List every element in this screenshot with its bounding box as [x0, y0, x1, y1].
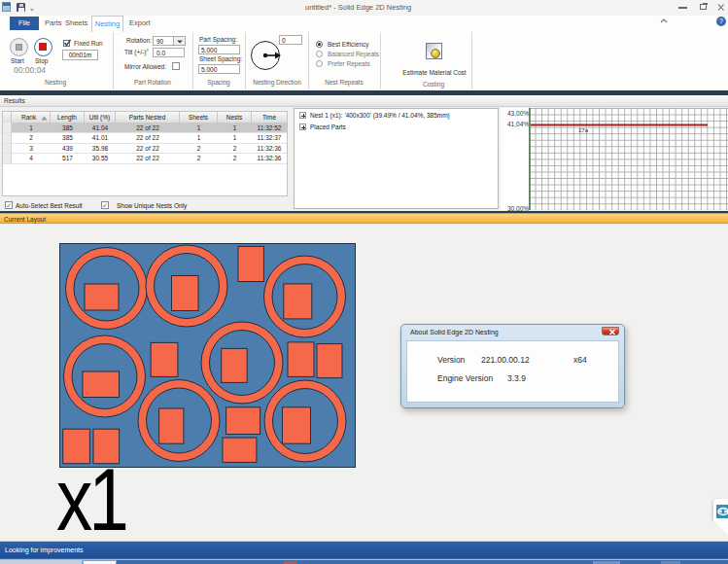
- svg-text:17a: 17a: [578, 127, 589, 133]
